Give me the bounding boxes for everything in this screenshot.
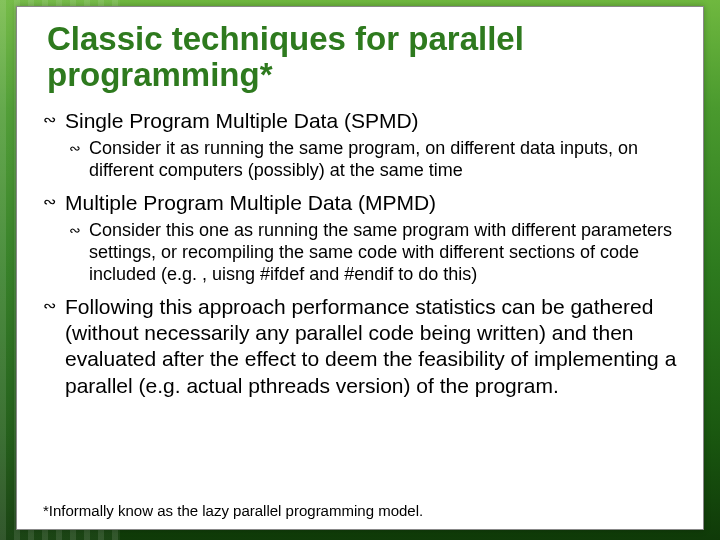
sub-bullet-mpmd-text: Consider this one as running the same pr…	[89, 220, 672, 284]
bullet-following-text: Following this approach performance stat…	[65, 295, 676, 397]
bullet-mpmd: Multiple Program Multiple Data (MPMD) Co…	[65, 190, 677, 286]
bullet-list: Single Program Multiple Data (SPMD) Cons…	[47, 108, 677, 399]
footnote: *Informally know as the lazy parallel pr…	[43, 502, 423, 519]
sub-list-mpmd: Consider this one as running the same pr…	[65, 220, 677, 286]
slide-title: Classic techniques for parallel programm…	[47, 21, 677, 94]
bullet-following: Following this approach performance stat…	[65, 294, 677, 399]
sub-list-spmd: Consider it as running the same program,…	[65, 138, 677, 182]
slide-card: Classic techniques for parallel programm…	[16, 6, 704, 530]
bullet-spmd-text: Single Program Multiple Data (SPMD)	[65, 109, 419, 132]
bullet-spmd: Single Program Multiple Data (SPMD) Cons…	[65, 108, 677, 182]
bullet-mpmd-text: Multiple Program Multiple Data (MPMD)	[65, 191, 436, 214]
sub-bullet-mpmd: Consider this one as running the same pr…	[89, 220, 677, 286]
sub-bullet-spmd: Consider it as running the same program,…	[89, 138, 677, 182]
sub-bullet-spmd-text: Consider it as running the same program,…	[89, 138, 638, 180]
